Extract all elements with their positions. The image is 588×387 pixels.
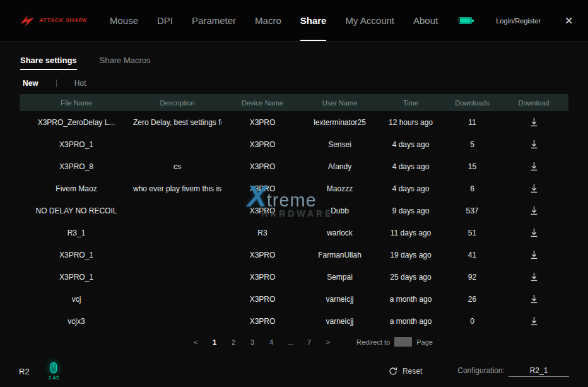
download-button[interactable] — [499, 272, 568, 282]
cell-file-name: X3PRO_1 — [20, 273, 133, 282]
cell-user-name: Maozzz — [303, 184, 376, 193]
cell-time: a month ago — [376, 317, 445, 326]
download-icon — [529, 272, 539, 282]
cell-device-name: X3PRO — [221, 317, 303, 326]
column-header-user-name: User Name — [303, 99, 376, 107]
table-row: NO DELAY NO RECOIL X3PRO Dubb 9 days ago… — [20, 199, 568, 222]
cell-user-name: varneicjj — [303, 317, 376, 326]
cell-file-name: Fivem Maoz — [20, 184, 133, 193]
download-button[interactable] — [499, 294, 568, 304]
cell-device-name: R3 — [221, 229, 303, 237]
cell-user-name: Dubb — [303, 206, 376, 215]
column-header-downloads: Downloads — [445, 99, 499, 107]
cell-downloads: 537 — [445, 206, 499, 215]
page-button-4[interactable]: 4 — [264, 338, 278, 346]
download-button[interactable] — [499, 184, 568, 193]
download-icon — [529, 228, 539, 237]
cell-description: who ever play fivem this is fo... — [133, 184, 221, 193]
table-row: X3PRO_1 X3PRO FarmanUllah 19 days ago 41 — [20, 244, 568, 266]
table-row: X3PRO_1 X3PRO Sempai 25 days ago 92 — [20, 266, 568, 288]
cell-file-name: X3PRO_8 — [20, 162, 133, 171]
cell-file-name: vcj — [20, 295, 133, 304]
download-icon — [529, 140, 539, 149]
close-icon[interactable]: × — [565, 14, 573, 28]
cell-file-name: X3PRO_1 — [20, 251, 133, 259]
cell-device-name: X3PRO — [221, 206, 303, 215]
download-icon — [529, 316, 539, 326]
filter-divider — [56, 80, 57, 87]
page-button-2[interactable]: 2 — [226, 338, 240, 346]
download-button[interactable] — [499, 228, 568, 237]
download-button[interactable] — [499, 250, 568, 259]
connection-status: 2.4G — [49, 362, 59, 381]
column-header-time: Time — [376, 99, 445, 107]
nav-item-share[interactable]: Share — [300, 0, 327, 41]
tab-share-settings[interactable]: Share settings — [20, 56, 77, 70]
cell-description: Zero Delay, best settings for ... — [133, 118, 221, 127]
page-button-3[interactable]: 3 — [245, 338, 259, 346]
cell-user-name: Sempai — [303, 273, 376, 282]
brand-logo: ATTACK SHARK — [19, 14, 88, 28]
nav-item-mouse[interactable]: Mouse — [110, 0, 138, 41]
nav-item-dpi[interactable]: DPI — [157, 0, 173, 41]
page-button-1[interactable]: 1 — [208, 338, 221, 346]
filter-new[interactable]: New — [23, 79, 38, 88]
nav-item-parameter[interactable]: Parameter — [192, 0, 236, 41]
configuration-value[interactable]: R2_1 — [509, 366, 569, 377]
table-row: X3PRO_1 X3PRO Sensei 4 days ago 5 — [20, 133, 568, 155]
cell-time: a month ago — [376, 295, 445, 304]
cell-device-name: X3PRO — [221, 162, 303, 171]
table-row: X3PRO_ZeroDelay L... Zero Delay, best se… — [20, 111, 568, 133]
redirect-page-input[interactable] — [394, 337, 412, 347]
column-header-download: Download — [499, 99, 568, 107]
download-button[interactable] — [499, 316, 568, 326]
table-header: File Name Description Device Name User N… — [20, 94, 568, 111]
page-button-7[interactable]: 7 — [302, 338, 316, 346]
mouse-icon — [49, 362, 59, 374]
filter-hot[interactable]: Hot — [74, 79, 86, 88]
sort-filters: New Hot — [23, 79, 588, 88]
cell-time: 25 days ago — [376, 273, 445, 282]
device-name-label: R2 — [19, 367, 30, 376]
cell-downloads: 5 — [445, 140, 499, 149]
cell-time: 11 days ago — [376, 229, 445, 237]
cell-time: 4 days ago — [376, 140, 445, 149]
nav-item-macro[interactable]: Macro — [255, 0, 281, 41]
login-register-link[interactable]: Login/Register — [496, 17, 541, 25]
connection-mode-label: 2.4G — [49, 375, 59, 381]
download-button[interactable] — [499, 140, 568, 149]
nav-item-my-account[interactable]: My Account — [345, 0, 394, 41]
column-header-file-name: File Name — [20, 99, 133, 107]
main-content: Share settings Share Macros New Hot File… — [0, 56, 588, 347]
redirect-to-label: Redirect to — [356, 338, 390, 346]
battery-icon — [459, 17, 472, 24]
shared-settings-table: File Name Description Device Name User N… — [20, 94, 568, 332]
page-label: Page — [416, 338, 433, 346]
download-icon — [529, 206, 539, 215]
cell-time: 12 hours ago — [376, 118, 445, 127]
cell-user-name: varneicjj — [303, 295, 376, 304]
cell-downloads: 41 — [445, 251, 499, 259]
download-icon — [529, 294, 539, 304]
cell-downloads: 0 — [445, 317, 499, 326]
download-button[interactable] — [499, 206, 568, 215]
pagination-next-button[interactable]: > — [321, 338, 335, 346]
download-icon — [529, 162, 539, 171]
pagination: < 1 2 3 4 ... 7 > Redirect to Page — [186, 337, 588, 347]
cell-device-name: X3PRO — [221, 184, 303, 193]
column-header-device-name: Device Name — [221, 99, 303, 107]
cell-file-name: NO DELAY NO RECOIL — [20, 206, 133, 215]
reset-button[interactable]: Reset — [389, 367, 422, 376]
page-ellipsis: ... — [283, 338, 297, 346]
cell-device-name: X3PRO — [221, 118, 303, 127]
download-button[interactable] — [499, 117, 568, 127]
cell-file-name: vcjx3 — [20, 317, 133, 326]
cell-downloads: 11 — [445, 118, 499, 127]
tab-share-macros[interactable]: Share Macros — [100, 56, 151, 70]
pagination-prev-button[interactable]: < — [189, 338, 203, 346]
cell-downloads: 6 — [445, 184, 499, 193]
nav-item-about[interactable]: About — [413, 0, 438, 41]
download-button[interactable] — [499, 162, 568, 171]
configuration-label: Configuration: — [457, 366, 505, 375]
table-row: R3_1 R3 warlock 11 days ago 51 — [20, 222, 568, 244]
